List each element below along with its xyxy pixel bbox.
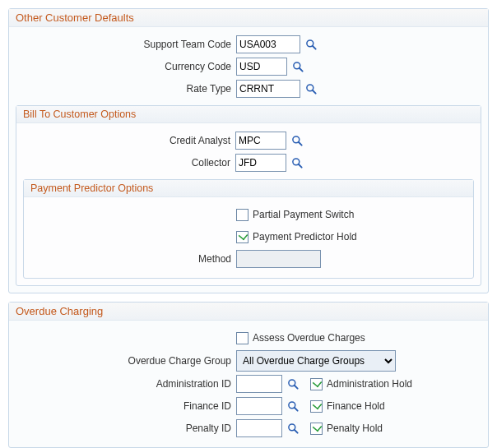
finance-hold-label: Finance Hold xyxy=(327,400,385,412)
method-input[interactable] xyxy=(236,250,321,268)
search-icon[interactable] xyxy=(304,37,318,52)
search-icon[interactable] xyxy=(304,81,318,96)
bill-to-customer-options-title: Bill To Customer Options xyxy=(16,106,481,123)
method-label: Method xyxy=(30,253,236,265)
administration-hold-label: Administration Hold xyxy=(327,378,412,390)
credit-analyst-label: Credit Analyst xyxy=(23,135,235,146)
currency-code-input[interactable] xyxy=(236,58,287,76)
search-icon[interactable] xyxy=(290,59,305,74)
partial-payment-switch-checkbox[interactable] xyxy=(236,209,248,221)
penalty-id-label: Penalty ID xyxy=(16,423,236,434)
search-icon[interactable] xyxy=(290,155,304,170)
support-team-code-input[interactable] xyxy=(236,35,300,53)
finance-id-label: Finance ID xyxy=(16,400,236,412)
search-icon[interactable] xyxy=(286,399,300,413)
partial-payment-switch-label: Partial Payment Switch xyxy=(253,209,354,220)
finance-hold-checkbox[interactable] xyxy=(310,400,323,413)
bill-to-customer-options-group: Bill To Customer Options Credit Analyst … xyxy=(16,105,481,286)
finance-id-input[interactable] xyxy=(236,397,282,415)
collector-label: Collector xyxy=(23,157,235,169)
other-customer-defaults-title: Other Customer Defaults xyxy=(9,9,488,27)
penalty-id-input[interactable] xyxy=(236,419,282,437)
penalty-hold-checkbox[interactable] xyxy=(310,423,323,435)
penalty-hold-label: Penalty Hold xyxy=(327,423,383,434)
payment-predictor-options-title: Payment Predictor Options xyxy=(24,180,473,197)
payment-predictor-hold-label: Payment Predictor Hold xyxy=(253,231,357,242)
overdue-charging-group: Overdue Charging Assess Overdue Charges … xyxy=(8,302,489,448)
overdue-charging-title: Overdue Charging xyxy=(9,303,488,321)
credit-analyst-input[interactable] xyxy=(235,132,286,150)
support-team-code-label: Support Team Code xyxy=(16,39,236,50)
administration-id-input[interactable] xyxy=(236,375,282,393)
overdue-charge-group-select[interactable]: All Overdue Charge Groups xyxy=(236,350,396,372)
payment-predictor-hold-checkbox[interactable] xyxy=(236,231,248,243)
search-icon[interactable] xyxy=(290,133,304,148)
administration-id-label: Administration ID xyxy=(16,378,236,390)
rate-type-input[interactable] xyxy=(236,80,300,98)
rate-type-label: Rate Type xyxy=(16,83,236,95)
search-icon[interactable] xyxy=(286,376,300,391)
overdue-charge-group-label: Overdue Charge Group xyxy=(16,355,236,367)
payment-predictor-options-group: Payment Predictor Options Partial Paymen… xyxy=(23,179,474,279)
currency-code-label: Currency Code xyxy=(16,61,236,72)
other-customer-defaults-group: Other Customer Defaults Support Team Cod… xyxy=(8,8,489,293)
assess-overdue-charges-label: Assess Overdue Charges xyxy=(253,332,365,344)
collector-input[interactable] xyxy=(235,154,286,172)
administration-hold-checkbox[interactable] xyxy=(310,378,323,390)
assess-overdue-charges-checkbox[interactable] xyxy=(236,332,248,344)
search-icon[interactable] xyxy=(286,421,300,436)
